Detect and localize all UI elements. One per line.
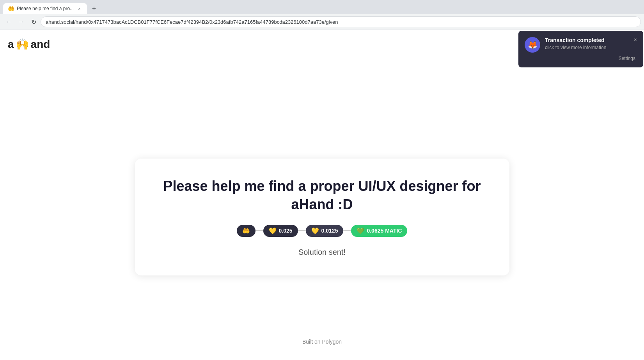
step-icon-2: 💛: [311, 227, 319, 235]
main-card: Please help me find a proper UI/UX desig…: [135, 159, 509, 275]
notification-title: Transaction completed: [545, 37, 629, 43]
notification-body: Transaction completed click to view more…: [545, 37, 629, 50]
notification-icon-emoji: 🦊: [528, 40, 538, 49]
notification-settings-link[interactable]: Settings: [525, 56, 637, 61]
step-icon-1: 💛: [269, 227, 277, 235]
notification-header: 🦊 Transaction completed click to view mo…: [525, 37, 637, 53]
step-label-1: 0.025: [279, 228, 293, 234]
step-badge-0: 🤲: [237, 225, 255, 237]
step-icon-3: 💚: [357, 227, 364, 235]
back-button[interactable]: ←: [3, 16, 14, 27]
tab-favicon: 🤲: [8, 5, 14, 12]
browser-chrome: 🤲 Please help me find a pro... × + ← → ↻…: [0, 0, 644, 30]
main-title: Please help me find a proper UI/UX desig…: [151, 177, 494, 214]
tab-title: Please help me find a pro...: [17, 6, 74, 11]
nav-bar: ← → ↻ ahand.social/hand/0x4717473bacAc1D…: [0, 14, 644, 30]
logo-hands-icon: 🙌: [16, 38, 29, 51]
footer: Built on Polygon: [302, 339, 342, 345]
active-tab[interactable]: 🤲 Please help me find a pro... ×: [3, 3, 87, 14]
notification-subtitle: click to view more information: [545, 45, 629, 50]
footer-text: Built on Polygon: [302, 339, 342, 345]
solution-sent-text: Solution sent!: [151, 248, 494, 257]
step-badge-1: 💛 0.025: [263, 225, 298, 237]
step-icon-0: 🤲: [242, 227, 250, 235]
notification-icon: 🦊: [525, 37, 540, 53]
step-connector-1: [255, 230, 263, 231]
logo-and-text: and: [31, 38, 50, 51]
step-connector-2: [298, 230, 306, 231]
logo-a-text: a: [8, 38, 14, 51]
tab-close-button[interactable]: ×: [76, 5, 82, 12]
address-bar[interactable]: ahand.social/hand/0x4717473bacAc1DCB01F7…: [41, 16, 641, 27]
steps-row: 🤲 💛 0.025 💛 0.0125 💚 0.0625 MATIC: [151, 225, 494, 237]
site-logo[interactable]: a 🙌 and: [8, 38, 50, 51]
step-badge-2: 💛 0.0125: [306, 225, 344, 237]
reload-button[interactable]: ↻: [28, 16, 39, 27]
step-connector-3: [343, 230, 351, 231]
notification-close-button[interactable]: ×: [634, 37, 637, 42]
step-badge-3: 💚 0.0625 MATIC: [351, 225, 407, 237]
step-label-2: 0.0125: [321, 228, 338, 234]
step-label-3: 0.0625 MATIC: [367, 228, 402, 234]
new-tab-button[interactable]: +: [89, 3, 99, 14]
address-text: ahand.social/hand/0x4717473bacAc1DCB01F7…: [46, 19, 636, 25]
tab-bar: 🤲 Please help me find a pro... × +: [0, 0, 644, 14]
notification-popup[interactable]: 🦊 Transaction completed click to view mo…: [518, 31, 643, 67]
forward-button[interactable]: →: [16, 16, 27, 27]
page-content: a 🙌 and Please help me find a proper UI/…: [0, 30, 644, 360]
